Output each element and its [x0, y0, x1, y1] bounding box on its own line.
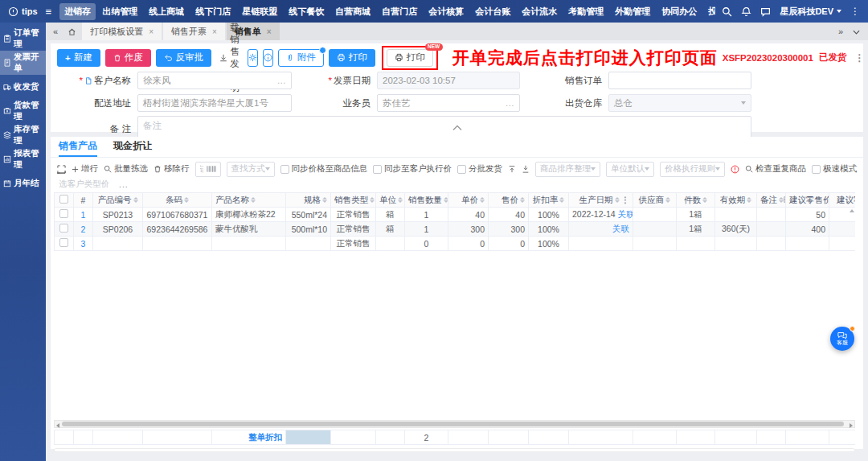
horizontal-scrollbar[interactable] — [54, 420, 855, 428]
scroll-left-icon[interactable] — [56, 423, 59, 428]
sort-icon[interactable] — [480, 197, 485, 204]
user-menu[interactable]: 星辰科技DEV — [780, 6, 841, 18]
sort-icon[interactable] — [559, 197, 564, 204]
toolbar-button[interactable]: 增行 — [72, 163, 98, 175]
new-button[interactable]: +新建 — [57, 49, 100, 67]
move-top-icon[interactable] — [508, 165, 516, 173]
topnav-item[interactable]: 星链联盟 — [237, 3, 282, 20]
window-tab[interactable]: 打印模板设置× — [82, 23, 162, 40]
sidebar-item[interactable]: 收发货 — [0, 75, 46, 99]
app-brand[interactable]: tips — [8, 6, 38, 17]
customer-doc-icon[interactable] — [84, 76, 92, 85]
topnav-item[interactable]: 线上商城 — [144, 3, 189, 20]
sort-icon[interactable] — [184, 197, 189, 204]
topnav-item[interactable]: 会计流水 — [517, 3, 562, 20]
checkbox-icon[interactable] — [812, 165, 821, 174]
expand-tabs-icon[interactable]: » — [838, 27, 843, 36]
salesman-lookup-icon[interactable]: … — [506, 98, 516, 108]
expand-icon[interactable] — [57, 165, 66, 174]
sort-icon[interactable] — [133, 197, 138, 204]
row-number[interactable]: 3 — [81, 239, 86, 249]
sort-icon[interactable] — [322, 197, 327, 204]
scroll-right-icon[interactable] — [850, 423, 853, 428]
customer-type-price-select[interactable]: 选客户类型价 — [59, 179, 109, 190]
window-tab[interactable]: 销售开票× — [163, 23, 225, 40]
sort-icon[interactable] — [747, 197, 751, 204]
topnav-item[interactable]: 自营商城 — [330, 3, 375, 20]
print-button[interactable]: 打印 — [329, 49, 375, 67]
message-icon[interactable] — [760, 6, 771, 17]
row-number[interactable]: 1 — [81, 210, 86, 220]
discount-input-cell[interactable] — [286, 430, 331, 445]
collapse-tabs-icon[interactable]: « — [49, 23, 62, 40]
print-new-button[interactable]: 打印 NEW — [387, 49, 433, 67]
topnav-item[interactable]: 进销存 — [59, 3, 96, 20]
close-icon[interactable]: × — [212, 27, 217, 36]
salesman-field[interactable]: 苏佳艺… — [377, 94, 520, 112]
toolbar-select[interactable]: 查找方式 — [227, 162, 275, 177]
toolbar-button[interactable]: 检查重复商品 — [745, 163, 806, 175]
sort-icon[interactable] — [444, 197, 448, 204]
topnav-item[interactable]: 投入费用 — [703, 3, 715, 20]
home-icon[interactable] — [63, 23, 80, 40]
detail-tab[interactable]: 现金折让 — [113, 137, 152, 157]
row-checkbox[interactable] — [59, 238, 68, 247]
toolbar-button[interactable]: 移除行 — [154, 163, 190, 175]
move-bottom-icon[interactable] — [522, 165, 530, 173]
row-number[interactable]: 2 — [81, 224, 86, 234]
select-all-checkbox[interactable] — [59, 195, 68, 204]
checkbox-icon[interactable] — [373, 165, 382, 174]
customer-service-button[interactable]: 客服 — [830, 327, 854, 351]
table-row[interactable]: 3正常销售000100% — [55, 237, 856, 251]
alert-icon[interactable] — [731, 165, 739, 174]
sort-icon[interactable] — [398, 197, 403, 204]
relation-link[interactable]: 关联 — [612, 224, 629, 233]
sidebar-item[interactable]: 订单管理 — [0, 27, 46, 51]
address-field[interactable]: 梧村街道湖滨东路华星大厦1号 — [137, 94, 292, 112]
row-checkbox[interactable] — [59, 209, 68, 218]
checkbox-icon[interactable] — [457, 165, 466, 174]
scroll-up-icon[interactable] — [850, 209, 854, 212]
sort-icon[interactable] — [520, 197, 525, 204]
topnav-item[interactable]: 协同办公 — [657, 3, 702, 20]
doc-more-icon[interactable]: ⋮ — [854, 52, 864, 64]
sort-icon[interactable] — [370, 197, 375, 204]
customer-lookup-icon[interactable]: … — [277, 76, 288, 85]
more-ellipsis[interactable]: ... — [119, 179, 129, 189]
attachment-button[interactable]: 附件 — [278, 49, 324, 67]
table-row[interactable]: 2SP02066923644269586蒙牛优酸乳500ml*10正常销售箱13… — [55, 222, 856, 237]
topnav-item[interactable]: 会计核算 — [424, 3, 469, 20]
warehouse-select[interactable]: 总仓 — [608, 94, 751, 112]
sidebar-item[interactable]: 月年结 — [0, 171, 46, 196]
invoice-date-field[interactable]: 2023-02-03 10:57 — [377, 72, 520, 89]
toolbar-select[interactable]: 商品排序整理 — [535, 162, 600, 177]
toolbar-select[interactable]: 单位默认 — [606, 162, 654, 177]
sort-icon[interactable] — [251, 197, 256, 204]
toolbar-checkbox[interactable]: 同步至客户执行价 — [373, 163, 452, 175]
info-button[interactable] — [263, 49, 273, 67]
sort-icon[interactable] — [615, 197, 620, 204]
customer-field[interactable]: 徐来风… — [137, 72, 292, 89]
topnav-item[interactable]: 自营门店 — [377, 3, 422, 20]
topnav-item[interactable]: 会计台账 — [470, 3, 515, 20]
sidebar-item[interactable]: 发票开单 — [0, 51, 46, 75]
unapprove-button[interactable]: 反审批 — [156, 49, 212, 67]
sales-order-field[interactable] — [608, 72, 751, 89]
settings-button[interactable] — [248, 49, 258, 67]
search-icon[interactable] — [722, 6, 732, 17]
row-checkbox[interactable] — [59, 224, 68, 233]
scrollbar-thumb[interactable] — [62, 422, 844, 426]
close-icon[interactable]: × — [267, 27, 272, 36]
column-menu-icon[interactable]: ⋮ — [621, 195, 630, 204]
close-icon[interactable]: × — [149, 27, 154, 36]
hamburger-menu-icon[interactable]: ≡ — [46, 6, 52, 18]
download-invoice-detail-button[interactable]: 下载销售发票明细 — [219, 10, 240, 106]
whole-order-discount-link[interactable]: 整单折扣 — [248, 432, 282, 442]
topnav-item[interactable]: 出纳管理 — [97, 3, 142, 20]
topnav-item[interactable]: 外勤管理 — [610, 3, 655, 20]
void-button[interactable]: 作废 — [105, 49, 151, 67]
topnav-item[interactable]: 考勤管理 — [563, 3, 608, 20]
product-search-field[interactable] — [200, 164, 203, 174]
sort-icon[interactable] — [702, 197, 707, 204]
toolbar-button[interactable]: 批量拣选 — [104, 163, 148, 175]
